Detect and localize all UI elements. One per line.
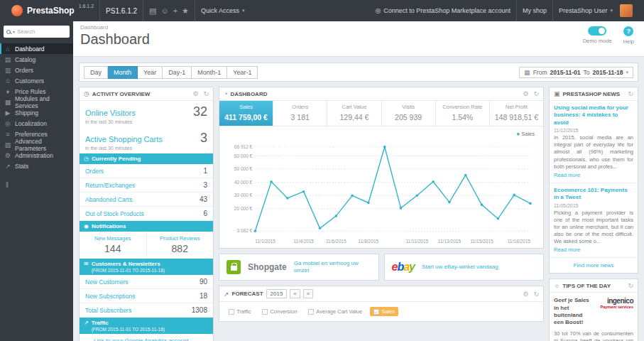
search-input[interactable] (17, 28, 58, 35)
kpi-net-profit[interactable]: Net Profit 148 918,51 € (490, 101, 543, 126)
customers-newsletters-header: ✉ Customers & Newsletters (FROM 2015-11-… (80, 259, 213, 275)
search-scope-caret-icon[interactable]: ▾ (13, 29, 15, 34)
svg-text:11/11/2015: 11/11/2015 (405, 239, 428, 244)
news-article: Ecommerce 101: Payments in a Tweet 11/05… (550, 183, 638, 258)
period-day-button[interactable]: Day (84, 66, 108, 79)
sidebar-item-dashboard[interactable]: ⌂ Dashboard (0, 43, 73, 54)
svg-text:66 912 €: 66 912 € (234, 144, 253, 149)
forecast-conversion-toggle[interactable]: Conversion (258, 307, 300, 316)
news-article-date: 11/12/2015 (554, 128, 633, 133)
out-of-stock-row[interactable]: Out of Stock Products 6 (80, 207, 213, 221)
customers-icon[interactable]: ☺ (160, 6, 168, 15)
demo-mode-toggle[interactable] (588, 26, 606, 36)
kpi-orders[interactable]: Orders 3 181 (273, 101, 327, 126)
google-analytics-link[interactable]: → Link to your Google Analytics account (80, 334, 213, 341)
gear-icon[interactable]: ⚙ (523, 291, 528, 298)
user-menu[interactable]: PrestaShop User ▾ (552, 0, 638, 21)
svg-text:20 000 €: 20 000 € (234, 206, 253, 211)
brand[interactable]: PrestaShop 1.6.1.2 (6, 0, 99, 21)
forecast-traffic-toggle[interactable]: Traffic (225, 307, 254, 316)
avatar[interactable] (620, 4, 633, 17)
forecast-avg-cart-toggle[interactable]: Average Cart Value (305, 307, 366, 316)
read-more-link[interactable]: Read more (554, 172, 580, 178)
gear-icon[interactable]: ⚙ (523, 90, 528, 97)
new-customers-row[interactable]: New Customers 90 (80, 275, 213, 289)
kpi-visits[interactable]: Visits 205 939 (382, 101, 436, 126)
orders-icon: ▥ (4, 67, 11, 74)
forecast-year-select[interactable]: 2015 (266, 289, 288, 298)
period-year-1-button[interactable]: Year-1 (227, 66, 258, 79)
pending-orders-row[interactable]: Orders 1 (80, 164, 213, 178)
help-icon[interactable]: ? (623, 26, 633, 36)
add-icon[interactable]: + (173, 6, 178, 15)
find-more-news-link[interactable]: Find more news (550, 258, 638, 273)
sidebar-item-catalog[interactable]: ▤ Catalog (0, 54, 73, 65)
gear-icon[interactable]: ⚙ (192, 90, 198, 97)
gear-icon: ⚙ (4, 152, 11, 159)
prev-year-button[interactable]: « (290, 289, 300, 298)
quick-access-dropdown[interactable]: Quick Access ▾ (195, 0, 251, 21)
menu-collapse-icon[interactable]: ‖ (6, 181, 73, 189)
abandoned-carts-row[interactable]: Abandoned Carts 43 (80, 193, 213, 207)
kpi-cart-value[interactable]: Cart Value 129,44 € (327, 101, 381, 126)
breadcrumb: Dashboard (80, 24, 637, 31)
page-title: Dashboard (80, 31, 637, 48)
checkbox-icon (308, 309, 314, 315)
period-year-button[interactable]: Year (138, 66, 163, 79)
kpi-conversion-rate[interactable]: Conversion Rate 1.54% (436, 101, 490, 126)
total-subscribers-row[interactable]: Total Subscribers 1308 (80, 303, 213, 318)
news-article-title[interactable]: Using social media for your business: 4 … (554, 104, 633, 126)
clock-icon: ◷ (84, 90, 89, 97)
sidebar-item-customers[interactable]: ☺ Customers (0, 75, 73, 86)
shopgate-logo-icon (227, 260, 241, 274)
refresh-icon[interactable]: ↻ (628, 90, 633, 97)
news-article-excerpt: In 2015, social media are an integral pa… (554, 134, 633, 170)
reward-icon[interactable]: ★ (182, 6, 189, 16)
refresh-icon[interactable]: ↻ (533, 291, 539, 298)
news-article-excerpt: Picking a payment provider is one of the… (554, 210, 633, 246)
sidebar-item-stats[interactable]: ↗ Stats (0, 161, 73, 171)
period-month-1-button[interactable]: Month-1 (192, 66, 227, 79)
new-messages-cell[interactable]: New Messages 144 (80, 232, 146, 259)
traffic-header: ↗ Traffic (FROM 2015-11-01 TO 2015-11-18… (80, 318, 213, 334)
news-article-title[interactable]: Ecommerce 101: Payments in a Tweet (554, 187, 633, 202)
new-subscriptions-row[interactable]: New Subscriptions 18 (80, 289, 213, 303)
marketplace-link[interactable]: ◎ Connect to PrestaShop Marketplace acco… (369, 0, 515, 21)
refresh-icon[interactable]: ↻ (628, 282, 633, 289)
from-date: 2015-11-01 (550, 69, 580, 76)
store-icon[interactable]: ▤ (149, 6, 156, 16)
date-range-picker[interactable]: ▦ From 2015-11-01 To 2015-11-18 ▾ (519, 67, 633, 78)
sidebar-item-modules[interactable]: ▩ Modules and Services (0, 97, 73, 107)
my-shop-link[interactable]: My shop (516, 0, 552, 21)
forecast-sales-toggle[interactable]: ✓ Sales (370, 307, 398, 316)
topbar: PrestaShop 1.6.1.2 PS1.6.1.2 ▤ ☺ + ★ Qui… (0, 0, 644, 21)
kpi-sales[interactable]: Sales 411 759,00 € (219, 101, 273, 126)
refresh-icon[interactable]: ↻ (533, 90, 539, 97)
sidebar-item-advanced-parameters[interactable]: ▧ Advanced Parameters (0, 139, 73, 150)
shopgate-module-box: Shopgate Ga mobiel en verhoog uw omzet (219, 254, 379, 281)
next-year-button[interactable]: » (303, 289, 313, 298)
product-reviews-cell[interactable]: Product Reviews 882 (146, 232, 214, 259)
read-more-link[interactable]: Read more (554, 247, 580, 253)
demo-mode-label: Demo mode (583, 38, 612, 44)
sidebar-item-orders[interactable]: ▥ Orders (0, 65, 73, 75)
pending-returns-row[interactable]: Return/Exchanges 3 (80, 178, 213, 193)
online-visitors-link[interactable]: Online Visitors (85, 109, 136, 117)
ingenico-logo: ingenico Payment services (596, 297, 633, 327)
shopgate-link[interactable]: Ga mobiel en verhoog uw omzet (294, 260, 371, 274)
svg-text:11/8/2015: 11/8/2015 (359, 239, 379, 244)
sidebar-search[interactable]: ▾ (4, 26, 70, 38)
ebay-link[interactable]: Start uw eBay-winkel vandaag (422, 264, 498, 271)
news-panel-title: PRESTASHOP NEWS (563, 91, 621, 97)
active-carts-link[interactable]: Active Shopping Carts (85, 135, 163, 144)
filter-bar: Day Month Year Day-1 Month-1 Year-1 ▦ Fr… (79, 63, 638, 82)
dashboard-icon: ◔ (224, 90, 227, 97)
catalog-icon: ▤ (4, 56, 11, 63)
refresh-icon[interactable]: ↻ (203, 90, 209, 97)
search-icon (6, 30, 11, 34)
sidebar-item-localization[interactable]: ◎ Localization (0, 118, 73, 129)
period-month-button[interactable]: Month (108, 66, 138, 79)
envelope-icon: ✉ (84, 261, 89, 267)
period-day-1-button[interactable]: Day-1 (163, 66, 192, 79)
shop-name[interactable]: PS1.6.1.2 (99, 0, 143, 21)
